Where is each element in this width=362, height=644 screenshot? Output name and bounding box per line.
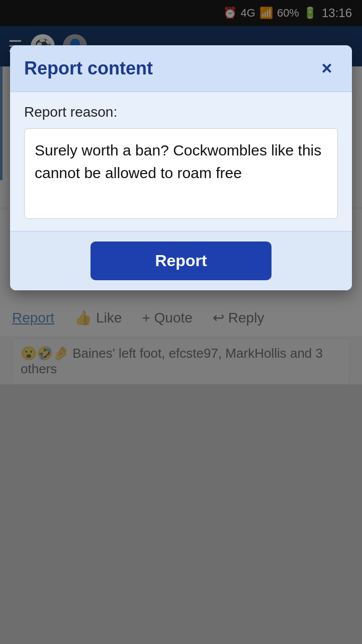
reason-label: Report reason: bbox=[24, 104, 338, 120]
modal-body: Report reason: Surely worth a ban? Cockw… bbox=[10, 92, 352, 231]
reason-textarea[interactable]: Surely worth a ban? Cockwombles like thi… bbox=[24, 128, 338, 219]
modal-overlay: Report content × Report reason: Surely w… bbox=[0, 0, 362, 644]
modal-header: Report content × bbox=[10, 45, 352, 92]
modal-footer: Report bbox=[10, 231, 352, 290]
report-modal: Report content × Report reason: Surely w… bbox=[10, 45, 352, 290]
report-button[interactable]: Report bbox=[90, 242, 272, 280]
close-button[interactable]: × bbox=[316, 57, 338, 79]
reason-text: Surely worth a ban? Cockwombles like thi… bbox=[35, 139, 327, 184]
modal-title: Report content bbox=[24, 58, 153, 79]
